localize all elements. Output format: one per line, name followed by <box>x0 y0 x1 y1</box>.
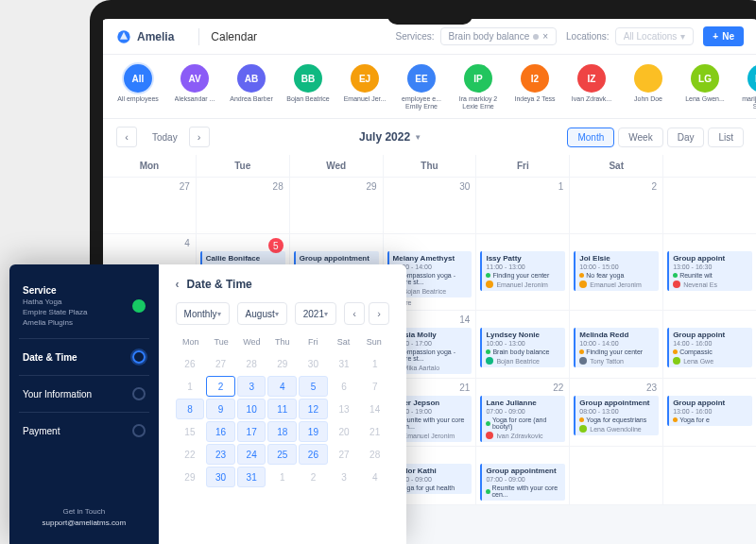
day-number: 22 <box>553 382 563 393</box>
employee-avatar[interactable]: AllAll employees <box>116 64 160 110</box>
calendar-cell[interactable]: Lyndsey Nonie10:00 - 13:00Brain body bal… <box>476 311 570 379</box>
mini-day[interactable]: 3 <box>237 376 266 397</box>
services-filter[interactable]: Brain body balance× <box>440 27 557 45</box>
calendar-cell[interactable]: Group appointment07:00 - 09:00Reunite wi… <box>476 447 570 505</box>
calendar-cell[interactable]: Group appoint14:00 - 16:00CompassicLena … <box>663 311 756 379</box>
appointment[interactable]: Group appointment08:00 - 13:00Yoga for e… <box>574 396 659 435</box>
mini-day[interactable]: 30 <box>206 467 235 487</box>
mini-day[interactable]: 4 <box>267 376 297 397</box>
mini-day[interactable]: 23 <box>206 444 235 465</box>
step-label: Payment <box>23 426 60 436</box>
today-button[interactable]: Today <box>145 128 185 146</box>
avatar-circle: IP <box>464 64 492 93</box>
frequency-select[interactable]: Monthly▾ <box>176 302 230 325</box>
appointment[interactable]: Lyndsey Nonie10:00 - 13:00Brain body bal… <box>480 328 565 367</box>
calendar-cell[interactable]: 29 <box>290 178 384 234</box>
month-label[interactable]: July 2022▼ <box>359 130 421 144</box>
mini-day[interactable]: 26 <box>299 444 328 465</box>
view-day[interactable]: Day <box>667 128 705 147</box>
calendar-cell[interactable]: Group appoint13:00 - 16:30Reunite witNev… <box>663 234 756 311</box>
step-sublabel: Empire State Plaza <box>23 308 87 316</box>
new-button[interactable]: ++ NeNe <box>703 26 744 46</box>
back-icon[interactable]: ‹ <box>176 278 180 291</box>
calendar-cell[interactable]: Group appoint13:00 - 16:00Yoga for e <box>663 379 756 447</box>
mini-day[interactable]: 5 <box>299 376 328 397</box>
mini-day[interactable]: 11 <box>267 399 297 419</box>
booking-step[interactable]: Date & Time <box>23 345 146 369</box>
mini-day[interactable]: 12 <box>299 399 328 419</box>
mini-day[interactable]: 8 <box>176 399 205 419</box>
mini-day[interactable]: 16 <box>206 421 235 442</box>
mini-day: 29 <box>176 467 205 487</box>
calendar-cell[interactable] <box>570 447 663 505</box>
mini-day: 3 <box>330 467 359 487</box>
avatar-name: Indeya 2 Tess <box>514 95 555 110</box>
calendar-cell[interactable]: 30 <box>384 178 477 234</box>
mini-day[interactable]: 19 <box>299 421 328 442</box>
appointment[interactable]: Group appoint13:00 - 16:30Reunite witNev… <box>667 251 752 291</box>
mini-weekday: Wed <box>236 334 266 349</box>
mini-day[interactable]: 24 <box>237 444 266 465</box>
booking-step[interactable]: ServiceHatha YogaEmpire State PlazaAmeli… <box>23 280 146 332</box>
calendar-cell[interactable]: Melinda Redd10:00 - 14:00Finding your ce… <box>570 311 663 379</box>
employee-avatar[interactable]: LGLena Gwen... <box>683 64 727 110</box>
contact-email[interactable]: support@ameliatms.com <box>23 518 146 529</box>
avatar-name: Emanuel Jer... <box>344 95 387 110</box>
view-week[interactable]: Week <box>618 128 662 147</box>
employee-avatar[interactable]: EJEmanuel Jer... <box>343 64 387 110</box>
calendar-cell[interactable]: 27 <box>103 178 197 234</box>
mini-day[interactable]: 25 <box>267 444 297 465</box>
laptop-notch <box>387 13 472 25</box>
locations-filter[interactable]: All Locations▾ <box>615 27 695 45</box>
appointment[interactable]: Lane Julianne07:00 - 09:00Yoga for core … <box>480 396 565 442</box>
next-button[interactable]: › <box>189 127 210 147</box>
picker-next[interactable]: › <box>369 302 389 325</box>
mini-day: 1 <box>360 353 389 374</box>
calendar-cell[interactable]: Joi Elsie10:00 - 15:00No fear yogaEmanue… <box>570 234 663 311</box>
calendar-cell[interactable]: 1 <box>476 178 570 234</box>
employee-avatar[interactable]: IZIvan Zdravk... <box>570 64 613 110</box>
mini-day: 4 <box>360 467 389 487</box>
month-select[interactable]: August▾ <box>237 302 287 325</box>
appointment[interactable]: Melinda Redd10:00 - 14:00Finding your ce… <box>574 328 659 367</box>
calendar-cell[interactable]: 2 <box>570 178 663 234</box>
mini-day[interactable]: 10 <box>237 399 266 419</box>
calendar-cell[interactable]: 22Lane Julianne07:00 - 09:00Yoga for cor… <box>476 379 570 447</box>
mini-day[interactable]: 2 <box>206 376 235 397</box>
avatar-name: All employees <box>117 95 159 110</box>
mini-day[interactable]: 17 <box>237 421 266 442</box>
employee-avatar[interactable]: M3marija 3 Mike Sober <box>740 64 756 110</box>
employee-avatar[interactable]: John Doe <box>627 64 670 110</box>
calendar-cell[interactable]: 23Group appointment08:00 - 13:00Yoga for… <box>570 379 663 447</box>
employee-avatar[interactable]: I2Indeya 2 Tess <box>513 64 557 110</box>
mini-day[interactable]: 9 <box>206 399 235 419</box>
mini-day: 15 <box>176 421 205 442</box>
appointment[interactable]: Group appoint14:00 - 16:00CompassicLena … <box>667 328 752 367</box>
appointment[interactable]: Group appoint13:00 - 16:00Yoga for e <box>667 396 752 426</box>
booking-step[interactable]: Payment <box>23 418 146 443</box>
mini-day[interactable]: 31 <box>237 467 266 487</box>
prev-button[interactable]: ‹ <box>116 127 137 147</box>
day-number: 29 <box>366 181 376 192</box>
calendar-cell[interactable]: Issy Patty11:00 - 13:00Finding your cent… <box>476 234 570 311</box>
calendar-cell[interactable]: 28 <box>197 178 290 234</box>
appointment[interactable]: Group appointment07:00 - 09:00Reunite wi… <box>480 464 565 501</box>
avatar-name: marija 3 Mike Sober <box>740 95 756 110</box>
employee-avatar[interactable]: IPIra markloy 2 Lexie Erne <box>456 64 500 110</box>
calendar-cell[interactable] <box>663 447 756 505</box>
appointment[interactable]: Joi Elsie10:00 - 15:00No fear yogaEmanue… <box>574 251 659 291</box>
employee-avatar[interactable]: AVAleksandar ... <box>173 64 216 110</box>
year-select[interactable]: 2021▾ <box>295 302 336 325</box>
appointment[interactable]: Issy Patty11:00 - 13:00Finding your cent… <box>480 251 565 291</box>
mini-day[interactable]: 18 <box>267 421 297 442</box>
view-list[interactable]: List <box>708 128 744 147</box>
view-month[interactable]: Month <box>567 128 614 147</box>
booking-step[interactable]: Your Information <box>23 382 146 406</box>
employee-avatar[interactable]: EEemployee e... Emily Erne <box>400 64 443 110</box>
employee-avatar[interactable]: BBBojan Beatrice <box>286 64 330 110</box>
employee-avatar[interactable]: ABAndrea Barber <box>230 64 273 110</box>
weekday-header: Thu <box>384 155 477 178</box>
calendar-cell[interactable] <box>663 178 756 234</box>
mini-weekday: Mon <box>176 334 206 349</box>
picker-prev[interactable]: ‹ <box>344 302 365 325</box>
